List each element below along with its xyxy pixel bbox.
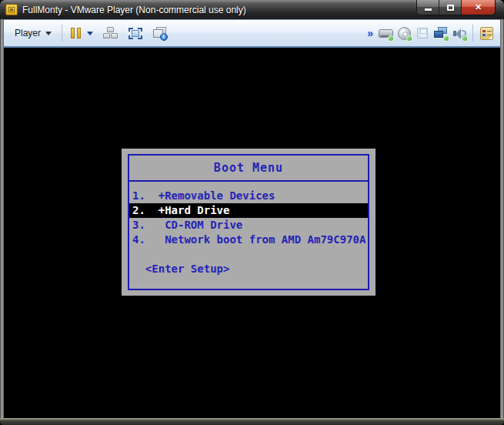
bios-boot-menu-dialog: Boot Menu 1. +Removable Devices 2. +Hard…: [122, 149, 375, 296]
vmware-player-window: FullMonty - VMware Player (Non-commercia…: [0, 0, 504, 425]
vmware-app-icon: [5, 4, 18, 15]
boot-menu-enter-setup[interactable]: <Enter Setup>: [129, 262, 368, 276]
suspend-dropdown-button[interactable]: [85, 23, 95, 43]
chevron-down-icon: [87, 32, 93, 35]
vm-screen[interactable]: Boot Menu 1. +Removable Devices 2. +Hard…: [4, 48, 500, 418]
window-title: FullMonty - VMware Player (Non-commercia…: [22, 5, 246, 15]
vm-settings-button[interactable]: i: [151, 24, 169, 42]
sound-status-button[interactable]: [450, 24, 469, 42]
hard-disk-status-button[interactable]: [376, 24, 395, 42]
cd-rom-status-button[interactable]: [395, 24, 413, 42]
fullscreen-button[interactable]: [126, 24, 145, 42]
fullscreen-icon: [129, 28, 142, 39]
windows-info-icon: i: [153, 27, 168, 40]
boot-menu-item-hard-drive[interactable]: 2. +Hard Drive: [129, 203, 368, 218]
minimize-button[interactable]: [417, 0, 439, 15]
pause-icon: [71, 28, 81, 38]
floppy-status-button[interactable]: [413, 24, 432, 42]
boot-menu-title: Boot Menu: [129, 156, 368, 182]
close-button[interactable]: ✕: [462, 0, 495, 15]
suspend-button[interactable]: [66, 24, 85, 42]
green-led-icon: [406, 35, 412, 42]
close-icon: ✕: [475, 2, 482, 12]
network-status-button[interactable]: [432, 24, 450, 42]
player-menu-button[interactable]: Player: [8, 23, 58, 43]
toolbar-separator: [472, 25, 473, 42]
boot-menu-item-network-boot[interactable]: 4. Network boot from AMD Am79C970A: [129, 233, 368, 247]
maximize-button[interactable]: [439, 0, 462, 15]
green-led-icon: [462, 35, 468, 42]
ctrl-alt-del-button[interactable]: [102, 24, 120, 42]
chevron-down-icon: [45, 32, 52, 35]
toolbar: Player i »: [4, 19, 500, 48]
keyboard-keys-icon: [103, 27, 118, 39]
info-badge-icon: i: [160, 33, 168, 41]
title-bar[interactable]: FullMonty - VMware Player (Non-commercia…: [0, 0, 504, 19]
green-led-icon: [388, 35, 394, 42]
boot-menu-frame: Boot Menu 1. +Removable Devices 2. +Hard…: [128, 154, 369, 290]
window-frame-bottom: [0, 418, 504, 425]
boot-menu-blank-row: [129, 247, 368, 262]
more-tools-chevron[interactable]: »: [364, 27, 376, 39]
maximize-icon: [447, 5, 454, 11]
library-icon: [480, 27, 493, 40]
green-led-icon: [443, 35, 449, 42]
boot-menu-item-removable-devices[interactable]: 1. +Removable Devices: [129, 189, 368, 203]
boot-menu-list: 1. +Removable Devices 2. +Hard Drive 3. …: [129, 182, 368, 276]
library-panel-button[interactable]: [477, 24, 496, 42]
window-frame-left: [0, 19, 4, 418]
boot-menu-item-cd-rom[interactable]: 3. CD-ROM Drive: [129, 218, 368, 233]
window-controls: ✕: [417, 0, 495, 15]
toolbar-separator: [62, 25, 62, 42]
window-frame-right: [500, 19, 504, 418]
floppy-disk-icon: [417, 28, 428, 38]
minimize-icon: [425, 8, 432, 11]
player-menu-label: Player: [15, 28, 41, 38]
